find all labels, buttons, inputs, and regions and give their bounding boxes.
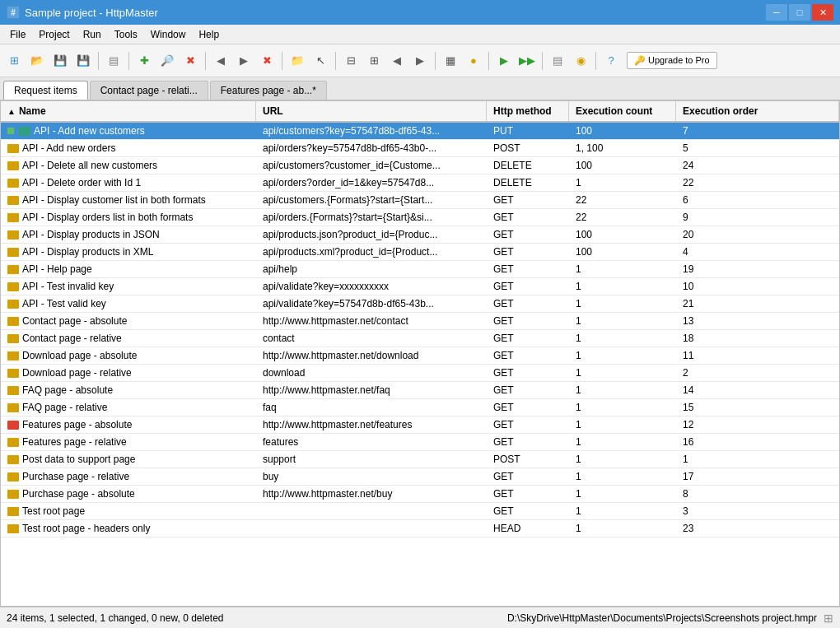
cell-exec-order-17: 12 bbox=[676, 416, 839, 433]
cell-method-5: GET bbox=[487, 209, 569, 226]
expand-btn[interactable]: ⊞ bbox=[363, 50, 385, 72]
row-icon-18 bbox=[7, 438, 19, 447]
cell-name-18: Features page - relative bbox=[1, 434, 256, 450]
menu-item-help[interactable]: Help bbox=[192, 26, 226, 43]
cell-exec-count-17: 1 bbox=[569, 416, 676, 433]
run-btn[interactable]: ▶ bbox=[493, 50, 515, 72]
table-row[interactable]: API - Delete order with Id 1api/orders?o… bbox=[1, 174, 839, 192]
table-body[interactable]: API - Add new customersapi/customers?key… bbox=[1, 123, 839, 606]
tab-0[interactable]: Request items bbox=[3, 81, 88, 100]
cell-exec-order-23: 23 bbox=[676, 520, 839, 537]
table-row[interactable]: API - Add new ordersapi/orders?key=57547… bbox=[1, 140, 839, 157]
table-row[interactable]: Test root page - headers onlyHEAD123 bbox=[1, 520, 839, 537]
delete-btn[interactable]: ✖ bbox=[180, 50, 201, 72]
table-row[interactable]: Contact page - relativecontactGET118 bbox=[1, 330, 839, 347]
new-project-btn[interactable]: ⊞ bbox=[3, 50, 25, 72]
table-row[interactable]: Download page - relativedownloadGET12 bbox=[1, 365, 839, 382]
col-header-method[interactable]: Http method bbox=[487, 101, 569, 121]
close-button[interactable]: ✕ bbox=[812, 4, 833, 21]
folder-btn[interactable]: 📁 bbox=[287, 50, 308, 72]
table-row[interactable]: API - Display orders list in both format… bbox=[1, 209, 839, 226]
results-btn[interactable]: ▦ bbox=[440, 50, 461, 72]
save-btn[interactable]: 💾 bbox=[49, 50, 71, 72]
tab-1[interactable]: Contact page - relati... bbox=[90, 81, 208, 100]
options-btn[interactable]: ◉ bbox=[570, 50, 591, 72]
table-row[interactable]: API - Test invalid keyapi/validate?key=x… bbox=[1, 278, 839, 295]
table-row[interactable]: API - Delete all new customersapi/custom… bbox=[1, 157, 839, 174]
title-bar-left: # Sample project - HttpMaster bbox=[7, 6, 158, 19]
collapse-btn[interactable]: ⊟ bbox=[340, 50, 362, 72]
table-row[interactable]: API - Add new customersapi/customers?key… bbox=[1, 123, 839, 140]
params-btn[interactable]: ▤ bbox=[547, 50, 568, 72]
cell-name-7: API - Display products in XML bbox=[1, 244, 256, 260]
col-header-name[interactable]: ▲ Name bbox=[1, 101, 256, 121]
menu-item-project[interactable]: Project bbox=[32, 26, 76, 43]
help-btn[interactable]: ? bbox=[600, 50, 622, 72]
cell-exec-order-8: 19 bbox=[676, 261, 839, 277]
row-name-text: API - Test valid key bbox=[22, 298, 106, 309]
minimize-button[interactable]: ─ bbox=[766, 4, 787, 21]
row-icon-15 bbox=[7, 386, 19, 395]
open-btn[interactable]: 📂 bbox=[26, 50, 48, 72]
props-btn[interactable]: ▤ bbox=[103, 50, 124, 72]
record-btn[interactable]: ● bbox=[463, 50, 484, 72]
row-name-text: API - Help page bbox=[22, 263, 92, 275]
window-controls: ─ □ ✕ bbox=[766, 4, 833, 21]
run-all-btn[interactable]: ▶▶ bbox=[516, 50, 538, 72]
table-row[interactable]: Features page - absolutehttp://www.httpm… bbox=[1, 416, 839, 434]
table-row[interactable]: API - Help pageapi/helpGET119 bbox=[1, 261, 839, 278]
col-header-exec-count[interactable]: Execution count bbox=[569, 101, 676, 121]
table-row[interactable]: Purchase page - relativebuyGET117 bbox=[1, 468, 839, 486]
tab-2[interactable]: Features page - ab...* bbox=[210, 81, 327, 100]
cell-exec-count-15: 1 bbox=[569, 382, 676, 398]
row-name-text: API - Display products in JSON bbox=[22, 229, 160, 240]
cell-exec-order-21: 8 bbox=[676, 486, 839, 502]
menu-item-file[interactable]: File bbox=[3, 26, 32, 43]
menu-item-run[interactable]: Run bbox=[77, 26, 108, 43]
cell-exec-order-13: 11 bbox=[676, 347, 839, 364]
row-icon-0 bbox=[19, 127, 30, 136]
table-row[interactable]: API - Test valid keyapi/validate?key=575… bbox=[1, 295, 839, 313]
col-header-url[interactable]: URL bbox=[256, 101, 487, 121]
cell-exec-count-9: 1 bbox=[569, 278, 676, 295]
cell-url-16: faq bbox=[256, 399, 487, 416]
table-row[interactable]: Download page - absolutehttp://www.httpm… bbox=[1, 347, 839, 365]
col-label-method: Http method bbox=[493, 105, 552, 117]
table-row[interactable]: API - Display products in JSONapi/produc… bbox=[1, 226, 839, 244]
table-row[interactable]: Post data to support pagesupportPOST11 bbox=[1, 451, 839, 468]
nav-right-btn[interactable]: ▶ bbox=[409, 50, 431, 72]
add-btn[interactable]: ✚ bbox=[133, 50, 155, 72]
save-as-btn[interactable]: 💾 bbox=[72, 50, 94, 72]
table-row[interactable]: Features page - relativefeaturesGET116 bbox=[1, 434, 839, 451]
redo-btn[interactable]: ▶ bbox=[233, 50, 254, 72]
cell-name-4: API - Display customer list in both form… bbox=[1, 192, 256, 208]
table-row[interactable]: API - Display customer list in both form… bbox=[1, 192, 839, 209]
table-row[interactable]: Contact page - absolutehttp://www.httpma… bbox=[1, 313, 839, 330]
table-row[interactable]: FAQ page - relativefaqGET115 bbox=[1, 399, 839, 416]
find-btn[interactable]: 🔎 bbox=[156, 50, 178, 72]
menu-item-window[interactable]: Window bbox=[144, 26, 193, 43]
toolbar-separator bbox=[282, 52, 282, 70]
cell-exec-count-23: 1 bbox=[569, 520, 676, 537]
nav-left-btn[interactable]: ◀ bbox=[386, 50, 408, 72]
row-icon-16 bbox=[7, 403, 19, 412]
cell-exec-count-2: 100 bbox=[569, 157, 676, 174]
window-title: Sample project - HttpMaster bbox=[25, 7, 158, 19]
menu-item-tools[interactable]: Tools bbox=[108, 26, 144, 43]
table-row[interactable]: FAQ page - absolutehttp://www.httpmaster… bbox=[1, 382, 839, 399]
col-header-exec-order[interactable]: Execution order bbox=[676, 101, 839, 121]
title-bar: # Sample project - HttpMaster ─ □ ✕ bbox=[0, 0, 840, 25]
maximize-button[interactable]: □ bbox=[789, 4, 810, 21]
undo-btn[interactable]: ◀ bbox=[210, 50, 231, 72]
cell-method-6: GET bbox=[487, 226, 569, 243]
row-name-text: FAQ page - relative bbox=[22, 402, 107, 413]
table-row[interactable]: Test root pageGET13 bbox=[1, 503, 839, 520]
upgrade-button[interactable]: 🔑 Upgrade to Pro bbox=[627, 52, 717, 69]
cancel-btn[interactable]: ✖ bbox=[256, 50, 278, 72]
table-row[interactable]: Purchase page - absolutehttp://www.httpm… bbox=[1, 486, 839, 503]
select-btn[interactable]: ↖ bbox=[310, 50, 331, 72]
cell-exec-order-10: 21 bbox=[676, 295, 839, 312]
cell-method-23: HEAD bbox=[487, 520, 569, 537]
table-row[interactable]: API - Display products in XMLapi/product… bbox=[1, 244, 839, 261]
row-icon-3 bbox=[7, 179, 19, 188]
